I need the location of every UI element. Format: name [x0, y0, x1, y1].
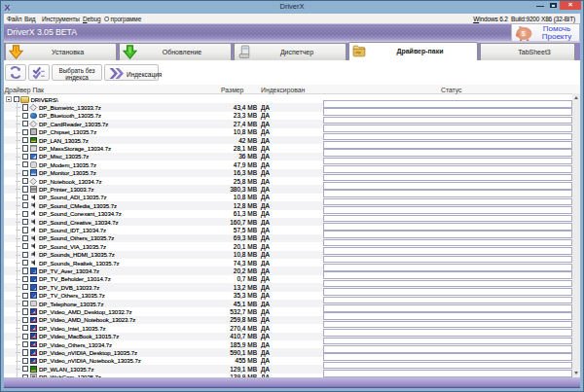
svg-text:zip: zip [355, 50, 361, 54]
svg-text:$: $ [521, 30, 525, 37]
